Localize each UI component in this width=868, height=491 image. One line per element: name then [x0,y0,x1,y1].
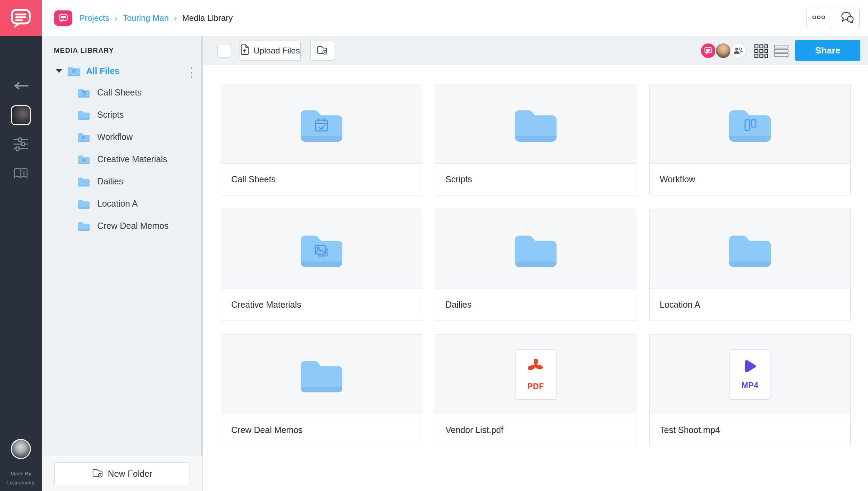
folder-icon [77,176,90,186]
card-label: Workflow [650,164,850,195]
toolbar: Upload Files [203,36,868,65]
pdf-file-tile: PDF [515,349,557,400]
folder-card[interactable]: Workflow [649,84,851,195]
caret-down-icon[interactable] [56,69,62,73]
card-label: Location A [650,289,850,321]
breadcrumb-separator: › [174,13,177,24]
leanometry-link[interactable]: Leanometry [0,478,42,487]
folder-label: Location A [97,199,138,209]
made-by-credit: Made By Leanometry [0,469,42,487]
panel-title: MEDIA LIBRARY [54,47,114,55]
card-preview [650,84,850,164]
select-all-checkbox[interactable] [217,44,231,58]
sidebar-folder-item[interactable]: Dailies [42,170,201,192]
file-type-badge: MP4 [742,381,759,390]
card-preview: MP4 [650,335,850,414]
settings-sliders-icon[interactable] [0,137,42,151]
sidebar-folder-item[interactable]: Crew Deal Memos [42,215,201,237]
folder-label: Call Sheets [97,88,142,98]
folder-plus-icon [317,45,328,57]
card-label: Vendor List.pdf [435,414,636,446]
card-label: Test Shoot.mp4 [650,414,850,446]
folder-card[interactable]: Dailies [435,209,636,321]
card-preview [435,84,636,164]
adobe-pdf-icon [527,358,545,376]
folder-icon [77,221,90,231]
comments-button[interactable] [835,8,860,28]
breadcrumb-current: Media Library [182,13,233,23]
card-label: Dailies [435,289,636,321]
card-preview [435,209,636,289]
more-options-button[interactable] [806,8,831,28]
folder-card[interactable]: Scripts [435,84,636,195]
folder-icon [77,110,90,120]
panel-bottom-bar: New Folder [42,456,203,491]
folder-plus-icon [92,468,103,480]
chat-bubbles-icon [840,11,854,25]
sidebar-folder-item[interactable]: Workflow [42,126,201,148]
file-card[interactable]: PDF Vendor List.pdf [435,334,636,446]
card-preview [221,84,422,164]
made-by-text: Made By [0,469,42,478]
all-files-folder-icon [67,65,81,76]
collaborator-avatar[interactable] [715,43,731,59]
card-preview [221,209,422,289]
grid-view-icon[interactable] [754,44,768,59]
card-preview: PDF [435,335,636,414]
create-folder-button[interactable] [310,41,334,61]
breadcrumb-link[interactable]: Projects [79,13,109,23]
card-label: Call Sheets [221,164,422,195]
studiobinder-logo-icon[interactable] [0,0,42,36]
folder-label: Dailies [97,176,123,186]
folder-card[interactable]: Crew Deal Memos [221,334,422,446]
upload-files-label: Upload Files [253,46,300,56]
folder-label: Scripts [97,110,124,120]
sidebar-folder-item[interactable]: Call Sheets [42,81,201,103]
file-card[interactable]: MP4 Test Shoot.mp4 [649,334,851,446]
sidebar-folder-item[interactable]: Scripts [42,103,201,126]
new-folder-button[interactable]: New Folder [55,462,190,485]
folder-card[interactable]: Creative Materials [221,209,422,321]
folder-icon [77,88,90,98]
breadcrumb-link[interactable]: Touring Man [123,13,169,23]
new-folder-label: New Folder [108,469,152,479]
folder-label: Workflow [97,132,133,142]
share-button[interactable]: Share [795,40,860,61]
video-file-tile: MP4 [729,349,771,400]
folder-label: Crew Deal Memos [97,221,169,231]
play-triangle-icon [742,359,758,375]
folder-label: Creative Materials [97,154,167,164]
upload-files-button[interactable]: Upload Files [240,41,301,61]
app-rail: Made By Leanometry [0,36,42,491]
user-avatar[interactable] [0,439,42,459]
card-label: Scripts [435,164,636,195]
sidebar-folder-item[interactable]: Creative Materials [42,148,201,170]
add-members-button[interactable] [730,43,746,59]
collaborator-avatars [700,43,747,59]
project-thumbnail-image [11,105,31,125]
user-avatar-image [11,439,31,459]
sidebar-item-all-files[interactable]: All Files [42,63,201,79]
kebab-menu-icon[interactable] [189,66,194,80]
project-thumbnail[interactable] [0,105,42,125]
breadcrumb: Projects›Touring Man›Media Library [79,0,233,36]
back-arrow-icon[interactable] [0,82,42,90]
folder-icon [77,132,90,142]
folder-icon [77,154,90,164]
guide-book-icon[interactable] [0,167,42,180]
project-bubble-icon[interactable] [54,10,72,26]
folder-card[interactable]: Call Sheets [221,84,422,195]
card-label: Crew Deal Memos [221,414,422,446]
card-preview [650,209,850,289]
media-grid: Call Sheets Scripts Workflow Creative Ma… [203,65,868,446]
file-type-badge: PDF [527,382,544,391]
ellipsis-icon [812,15,826,21]
card-preview [221,335,422,414]
list-view-icon[interactable] [774,44,789,58]
sidebar-folder-item[interactable]: Location A [42,192,201,215]
folder-tree: Call Sheets Scripts Workflow Creative Ma… [42,81,201,237]
studiobinder-avatar[interactable] [700,43,716,59]
top-header: Projects›Touring Man›Media Library [0,0,868,36]
media-library-panel: MEDIA LIBRARY All Files Call Sheets Scri… [42,36,201,456]
folder-card[interactable]: Location A [649,209,851,321]
